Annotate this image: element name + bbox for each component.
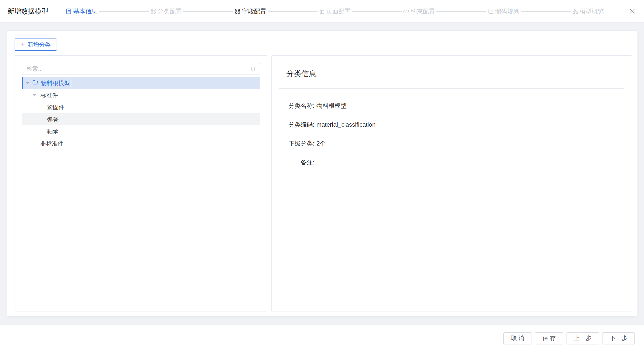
field-value: 物料根模型 [316,102,347,110]
wizard-stepper: 基本信息 分类配置 字段配置 [65,7,604,15]
info-fields: 分类名称:物料根模型分类编码:material_classification下级… [279,96,624,172]
tree-node-label: 轴承 [47,128,59,135]
step-model-overview[interactable]: 模型概览 [572,7,604,15]
step-connector [436,11,486,12]
step-connector [352,11,402,12]
step-category-config[interactable]: 分类配置 [150,7,182,15]
dialog-footer: 取 消保 存上一步下一步 [0,324,644,352]
step-connector [521,11,571,12]
tree-node[interactable]: 弹簧 [22,113,260,125]
classification-tree-panel: 物料根模型标准件紧固件弹簧轴承非标准件 [15,55,267,311]
step-coding-rules[interactable]: 编码规则 [488,7,519,15]
plus-icon: + [21,41,25,48]
page-icon [319,8,325,14]
text-cursor [71,80,71,87]
cancel-button[interactable]: 取 消 [503,332,532,344]
info-panel-title: 分类信息 [286,69,624,79]
caret-down-icon[interactable] [32,94,36,96]
search-input[interactable] [22,63,260,75]
step-constraint-config[interactable]: 约束配置 [403,7,435,15]
info-field-row: 分类名称:物料根模型 [279,96,624,115]
fields-icon [234,8,241,14]
prev-button[interactable]: 上一步 [567,332,599,344]
tree-node-label: 非标准件 [40,140,63,148]
tree-node[interactable]: 标准件 [22,89,260,101]
save-button[interactable]: 保 存 [535,332,563,344]
info-field-row: 备注: [279,153,624,172]
step-page-config[interactable]: 页面配置 [319,7,351,15]
step-connector [268,11,317,12]
field-label: 分类编码: [279,121,314,129]
dialog-title: 新增数据模型 [8,7,48,16]
caret-down-icon[interactable] [25,82,29,84]
step-basic-info[interactable]: 基本信息 [65,7,97,15]
add-category-button[interactable]: + 新增分类 [15,39,57,51]
content-card: + 新增分类 物料根模型标准件紧固件弹簧轴承非标准件 [7,31,637,316]
tree-node[interactable]: 紧固件 [22,101,260,113]
sitemap-icon [572,8,578,14]
info-field-row: 分类编码:material_classification [279,115,624,134]
code-icon [488,8,494,14]
step-field-config[interactable]: 字段配置 [234,7,266,15]
tree-node[interactable]: 轴承 [22,125,260,137]
close-icon[interactable] [628,7,636,16]
field-label: 分类名称: [279,102,314,110]
classification-tree: 物料根模型标准件紧固件弹簧轴承非标准件 [22,77,260,150]
next-button[interactable]: 下一步 [602,332,635,344]
search-icon [250,66,256,73]
dialog-header: 新增数据模型 基本信息 分类配置 [0,0,644,23]
link-icon [403,8,410,14]
tree-node-label: 标准件 [41,91,58,99]
divider [279,88,624,89]
category-icon [150,8,156,14]
step-connector [183,11,233,12]
step-connector [99,11,149,12]
classification-info-panel: 分类信息 分类名称:物料根模型分类编码:material_classificat… [271,55,632,311]
field-value: 2个 [316,139,326,148]
field-label: 下级分类: [279,139,314,148]
tree-node[interactable]: 物料根模型 [22,77,260,89]
tree-node-label: 紧固件 [47,103,64,111]
tree-node-label: 物料根模型 [41,79,70,87]
dialog-body: + 新增分类 物料根模型标准件紧固件弹簧轴承非标准件 [0,23,644,324]
field-label: 备注: [279,158,314,166]
tree-node[interactable]: 非标准件 [22,137,260,150]
tree-node-label: 弹簧 [47,116,59,123]
field-value: material_classification [316,121,376,128]
info-field-row: 下级分类:2个 [279,134,624,153]
folder-icon [32,79,38,87]
doc-icon [65,8,72,15]
